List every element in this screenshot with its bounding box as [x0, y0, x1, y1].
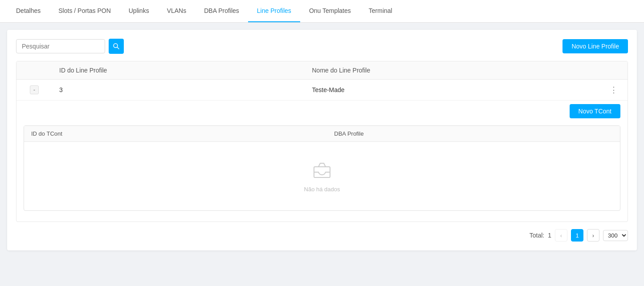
cell-id: 3 — [52, 80, 305, 101]
page-size-select[interactable]: 100200300500 — [603, 230, 628, 241]
inbox-icon — [311, 160, 333, 181]
sub-table-body: Não há dados — [24, 142, 620, 211]
nav-tab-slots[interactable]: Slots / Portas PON — [49, 0, 119, 22]
sub-table-empty-row: Não há dados — [24, 142, 620, 211]
pagination-next[interactable]: › — [587, 229, 599, 242]
toolbar: Novo Line Profile — [16, 39, 628, 54]
search-button[interactable] — [109, 39, 124, 54]
nav-tab-dba-profiles[interactable]: DBA Profiles — [195, 0, 248, 22]
nav-tab-terminal[interactable]: Terminal — [360, 0, 401, 22]
table-header-row: ID do Line Profile Nome do Line Profile — [16, 61, 628, 80]
main-content: Novo Line Profile ID do Line Profile Nom… — [0, 23, 644, 258]
col-header-actions — [600, 61, 628, 80]
expanded-content: Novo TCont ID do TCont DBA Profile — [16, 101, 628, 222]
table-row: - 3 Teste-Made ⋮ — [16, 80, 628, 101]
pagination-page-1[interactable]: 1 — [571, 229, 583, 242]
expanded-row: Novo TCont ID do TCont DBA Profile — [16, 101, 628, 222]
col-header-id: ID do Line Profile — [52, 61, 305, 80]
search-input[interactable] — [16, 39, 105, 53]
col-header-name: Nome do Line Profile — [305, 61, 600, 80]
table-body: - 3 Teste-Made ⋮ Novo TCont — [16, 80, 628, 222]
pagination-total-label: Total: — [530, 232, 544, 239]
nav-tab-uplinks[interactable]: Uplinks — [120, 0, 158, 22]
table: ID do Line Profile Nome do Line Profile … — [16, 61, 628, 222]
sub-table: ID do TCont DBA Profile — [24, 126, 620, 210]
sub-toolbar: Novo TCont — [24, 101, 620, 122]
pagination: Total: 1 ‹ 1 › 100200300500 — [16, 229, 628, 242]
sub-table-wrapper: ID do TCont DBA Profile — [24, 125, 620, 211]
sub-table-header: ID do TCont DBA Profile — [24, 126, 620, 142]
empty-state: Não há dados — [24, 142, 620, 210]
col-header-expand — [16, 61, 52, 80]
novo-tcont-button[interactable]: Novo TCont — [570, 104, 620, 118]
sub-table-header-row: ID do TCont DBA Profile — [24, 126, 620, 142]
search-wrapper — [16, 39, 124, 54]
cell-name: Teste-Made — [305, 80, 600, 101]
more-options-button[interactable]: ⋮ — [607, 84, 620, 96]
search-icon — [113, 43, 120, 50]
nav-tab-detalhes[interactable]: Detalhes — [7, 0, 49, 22]
empty-icon — [311, 160, 333, 182]
nav-tab-line-profiles[interactable]: Line Profiles — [248, 0, 300, 22]
nav-tab-onu-templates[interactable]: Onu Templates — [300, 0, 360, 22]
pagination-total: 1 — [548, 232, 551, 239]
nav-tab-vlans[interactable]: VLANs — [158, 0, 196, 22]
card: Novo Line Profile ID do Line Profile Nom… — [7, 30, 637, 250]
svg-line-1 — [117, 47, 119, 49]
table-header: ID do Line Profile Nome do Line Profile — [16, 61, 628, 80]
line-profiles-table: ID do Line Profile Nome do Line Profile … — [16, 61, 628, 222]
nav-tabs: DetalhesSlots / Portas PONUplinksVLANsDB… — [0, 0, 644, 23]
expand-button[interactable]: - — [30, 85, 39, 94]
sub-col-header-dba: DBA Profile — [327, 126, 620, 142]
empty-text: Não há dados — [304, 186, 340, 193]
sub-col-header-id: ID do TCont — [24, 126, 327, 142]
pagination-prev[interactable]: ‹ — [555, 229, 567, 242]
novo-line-profile-button[interactable]: Novo Line Profile — [562, 39, 628, 53]
